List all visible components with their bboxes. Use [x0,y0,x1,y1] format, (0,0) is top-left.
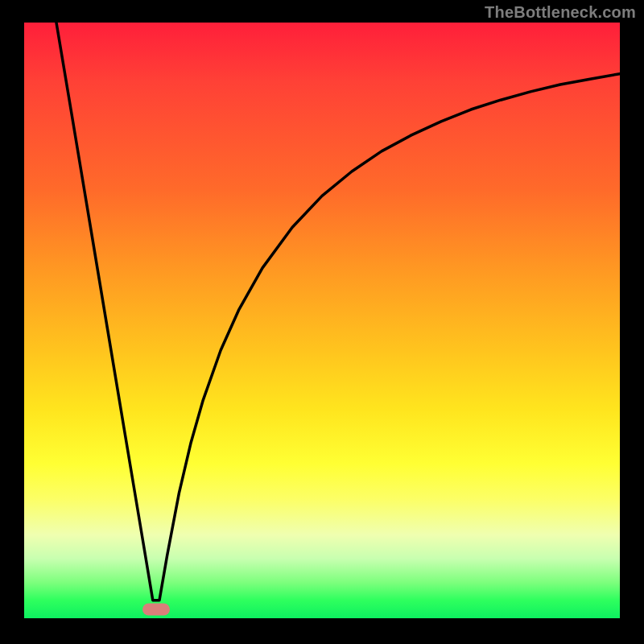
chart-frame: TheBottleneck.com [0,0,644,644]
chart-curve-path [56,23,620,601]
bottleneck-marker [142,603,170,615]
watermark-text: TheBottleneck.com [485,3,636,22]
chart-plot-area [24,23,620,618]
chart-curve-svg [24,23,620,618]
